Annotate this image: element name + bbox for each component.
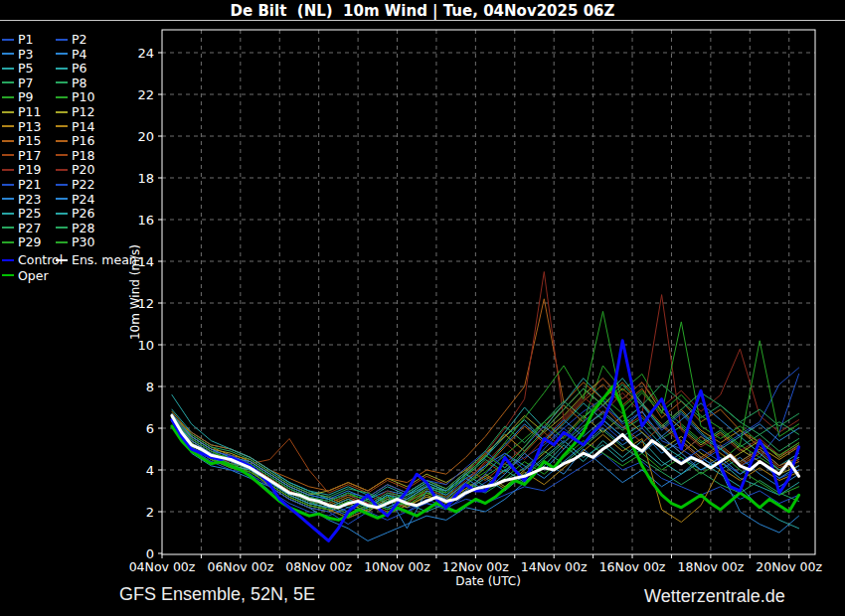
y-tick-label: 18 [137, 171, 154, 186]
x-tick-label: 04Nov 00z [129, 559, 196, 574]
x-tick-label: 06Nov 00z [207, 559, 273, 574]
x-tick-label: 18Nov 00z [678, 559, 745, 574]
wetterzentrale-ensemble-meteogram: De Bilt (NL) 10m Wind | Tue, 04Nov2025 0… [0, 0, 845, 616]
y-tick-label: 22 [137, 87, 154, 102]
y-tick-label: 2 [146, 505, 154, 520]
y-tick-label: 4 [146, 463, 154, 478]
y-tick-label: 8 [146, 380, 154, 394]
x-tick-label: 14Nov 00z [521, 559, 588, 574]
site-credit: Wetterzentrale.de [644, 586, 785, 607]
y-tick-label: 24 [137, 46, 154, 61]
x-tick-label: 16Nov 00z [599, 559, 666, 574]
x-tick-label: 10Nov 00z [364, 559, 430, 574]
x-tick-label: 08Nov 00z [285, 559, 352, 574]
model-run-caption: GFS Ensemble, 52N, 5E [119, 584, 315, 605]
y-axis-label: 10m Wind (m/s) [128, 244, 142, 340]
y-tick-label: 16 [137, 213, 154, 228]
y-tick-label: 6 [146, 421, 154, 436]
y-tick-label: 20 [137, 129, 154, 144]
ensemble-chart: 04Nov 00z06Nov 00z08Nov 00z10Nov 00z12No… [0, 0, 845, 616]
x-tick-label: 20Nov 00z [756, 559, 822, 574]
y-tick-label: 0 [146, 546, 154, 561]
x-axis-label: Date (UTC) [455, 574, 521, 588]
x-tick-label: 12Nov 00z [442, 559, 509, 574]
